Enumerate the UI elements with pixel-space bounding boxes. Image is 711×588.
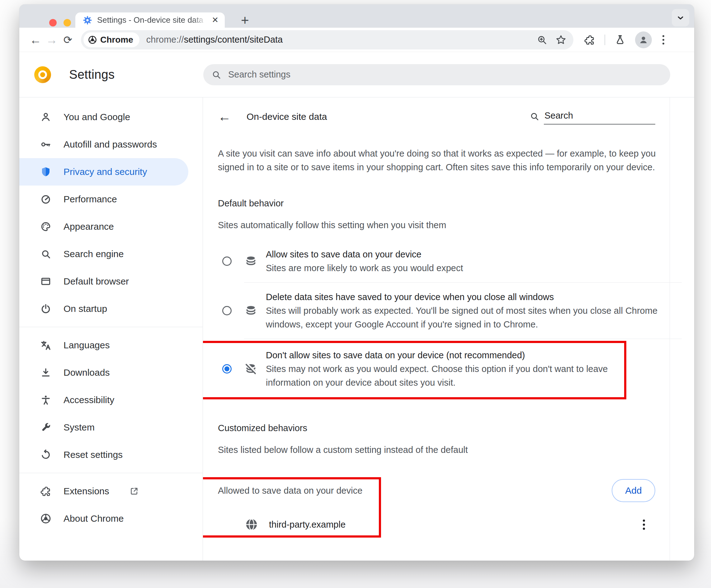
radio-unchecked[interactable] bbox=[222, 306, 232, 315]
settings-search-field[interactable]: Search settings bbox=[203, 64, 670, 85]
minimize-window-button[interactable] bbox=[64, 19, 71, 26]
option-title: Allow sites to save data on your device bbox=[266, 247, 463, 261]
radio-checked[interactable] bbox=[222, 364, 232, 373]
extensions-icon bbox=[40, 485, 52, 497]
power-icon bbox=[40, 303, 52, 315]
labs-flask-icon[interactable] bbox=[615, 34, 626, 45]
browser-toolbar: ← → ⟳ Chrome chrome://settings/content/s… bbox=[19, 28, 694, 52]
extensions-puzzle-icon[interactable] bbox=[584, 34, 595, 45]
palette-icon bbox=[40, 221, 52, 233]
settings-logo bbox=[34, 66, 51, 83]
settings-search-placeholder: Search settings bbox=[228, 69, 290, 80]
default-behavior-subtitle: Sites automatically follow this setting … bbox=[218, 218, 682, 232]
shield-icon bbox=[40, 166, 52, 178]
sidebar-item-default-browser[interactable]: Default browser bbox=[19, 268, 188, 295]
default-behavior-options: Allow sites to save data on your device … bbox=[218, 240, 682, 399]
forward-button[interactable]: → bbox=[44, 34, 60, 46]
chevron-down-icon bbox=[676, 13, 685, 22]
bookmark-star-icon[interactable] bbox=[555, 34, 566, 45]
tab-search-chevron-button[interactable] bbox=[672, 9, 689, 26]
page-title: On-device site data bbox=[246, 111, 327, 122]
url-text: chrome://settings/content/siteData bbox=[146, 35, 283, 45]
settings-main-content: ← On-device site data Search A site you … bbox=[203, 97, 694, 561]
close-window-button[interactable] bbox=[49, 19, 57, 26]
add-site-button[interactable]: Add bbox=[612, 479, 655, 502]
profile-avatar[interactable] bbox=[635, 31, 652, 48]
sidebar-item-search-engine[interactable]: Search engine bbox=[19, 240, 188, 268]
globe-icon bbox=[245, 518, 258, 531]
site-actions-kebab-icon[interactable] bbox=[641, 518, 647, 532]
option-title: Delete data sites have saved to your dev… bbox=[266, 290, 674, 304]
sidebar-item-you-and-google[interactable]: You and Google bbox=[19, 103, 188, 131]
radio-option-delete-on-close[interactable]: Delete data sites have saved to your dev… bbox=[218, 283, 682, 339]
settings-header: Settings Search settings bbox=[19, 52, 694, 97]
tab-strip: Settings - On-device site data ✕ + bbox=[19, 4, 694, 28]
radio-option-allow[interactable]: Allow sites to save data on your device … bbox=[218, 240, 682, 282]
chrome-icon bbox=[40, 513, 52, 524]
chrome-logo-icon bbox=[88, 35, 97, 44]
sidebar-item-privacy-security[interactable]: Privacy and security bbox=[19, 158, 188, 186]
translate-icon bbox=[40, 339, 52, 351]
chip-label: Chrome bbox=[100, 35, 133, 45]
sidebar-item-extensions[interactable]: Extensions bbox=[19, 478, 188, 505]
radio-option-dont-allow[interactable]: Don't allow sites to save data on your d… bbox=[218, 339, 682, 399]
back-button[interactable]: ← bbox=[27, 34, 44, 46]
person-icon bbox=[40, 111, 52, 123]
sidebar-item-downloads[interactable]: Downloads bbox=[19, 359, 188, 386]
option-description: Sites may not work as you would expect. … bbox=[266, 362, 650, 389]
toolbar-divider bbox=[605, 35, 605, 45]
settings-sidebar: You and Google Autofill and passwords Pr… bbox=[19, 97, 203, 561]
customized-behaviors-title: Customized behaviors bbox=[218, 421, 682, 435]
sidebar-item-autofill[interactable]: Autofill and passwords bbox=[19, 131, 188, 158]
database-icon bbox=[244, 304, 258, 317]
new-tab-button[interactable]: + bbox=[241, 14, 249, 26]
sidebar-item-reset-settings[interactable]: Reset settings bbox=[19, 441, 188, 469]
browser-window: Settings - On-device site data ✕ + ← → ⟳… bbox=[19, 4, 694, 561]
database-off-icon bbox=[244, 362, 258, 375]
reload-button[interactable]: ⟳ bbox=[60, 35, 76, 45]
search-icon bbox=[40, 248, 52, 260]
zoom-in-icon[interactable] bbox=[537, 35, 547, 45]
wrench-icon bbox=[40, 421, 52, 433]
page-search-placeholder: Search bbox=[544, 109, 655, 125]
sidebar-item-languages[interactable]: Languages bbox=[19, 331, 188, 359]
site-list-item[interactable]: third-party.example bbox=[218, 516, 682, 533]
option-description: Sites will probably work as expected. Yo… bbox=[266, 304, 674, 331]
radio-unchecked[interactable] bbox=[222, 257, 232, 266]
speedometer-icon bbox=[40, 193, 52, 205]
customized-list: Allowed to save data on your device Add … bbox=[218, 479, 682, 533]
reset-icon bbox=[40, 449, 52, 461]
database-icon bbox=[244, 255, 258, 268]
settings-gear-favicon bbox=[83, 16, 92, 25]
external-link-icon bbox=[129, 486, 139, 496]
accessibility-icon bbox=[40, 394, 52, 406]
site-domain: third-party.example bbox=[269, 520, 346, 530]
back-arrow-icon[interactable]: ← bbox=[218, 110, 238, 123]
default-behavior-title: Default behavior bbox=[218, 196, 682, 210]
sidebar-item-on-startup[interactable]: On startup bbox=[19, 295, 188, 323]
tab-settings[interactable]: Settings - On-device site data ✕ bbox=[76, 13, 225, 28]
search-icon bbox=[211, 70, 221, 80]
sidebar-item-performance[interactable]: Performance bbox=[19, 186, 188, 213]
tab-title: Settings - On-device site data bbox=[97, 15, 206, 25]
download-icon bbox=[40, 367, 52, 378]
tab-close-icon[interactable]: ✕ bbox=[211, 15, 219, 25]
sidebar-item-system[interactable]: System bbox=[19, 414, 188, 441]
page-search-field[interactable]: Search bbox=[530, 109, 655, 125]
address-bar[interactable]: Chrome chrome://settings/content/siteDat… bbox=[81, 30, 574, 49]
sidebar-item-appearance[interactable]: Appearance bbox=[19, 213, 188, 240]
browser-menu-kebab-icon[interactable] bbox=[661, 34, 666, 46]
allowed-section-label: Allowed to save data on your device bbox=[218, 484, 362, 497]
browser-window-icon bbox=[40, 276, 52, 287]
intro-paragraph: A site you visit can save info about wha… bbox=[218, 147, 670, 174]
option-title: Don't allow sites to save data on your d… bbox=[266, 348, 650, 362]
sidebar-item-about-chrome[interactable]: About Chrome bbox=[19, 505, 188, 532]
person-icon bbox=[638, 35, 649, 45]
option-description: Sites are more likely to work as you wou… bbox=[266, 261, 463, 275]
chrome-url-chip[interactable]: Chrome bbox=[83, 32, 139, 47]
sidebar-item-accessibility[interactable]: Accessibility bbox=[19, 386, 188, 414]
search-icon bbox=[530, 111, 539, 122]
sidebar-divider bbox=[19, 473, 203, 473]
settings-title: Settings bbox=[69, 68, 114, 82]
customized-behaviors-subtitle: Sites listed below follow a custom setti… bbox=[218, 443, 682, 457]
